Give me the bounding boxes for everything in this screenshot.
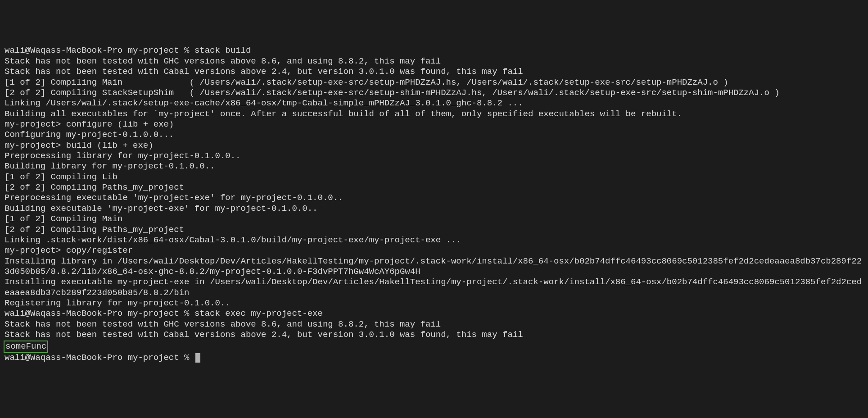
terminal-line: wali@Waqass-MacBook-Pro my-project % sta…	[5, 309, 863, 319]
terminal-line: wali@Waqass-MacBook-Pro my-project %	[5, 353, 863, 363]
terminal-line: Installing library in /Users/wali/Deskto…	[5, 256, 863, 277]
shell-prompt: wali@Waqass-MacBook-Pro my-project %	[5, 353, 194, 363]
highlighted-output: someFunc	[4, 341, 48, 353]
terminal-line: wali@Waqass-MacBook-Pro my-project % sta…	[5, 45, 863, 56]
terminal-line: Linking /Users/wali/.stack/setup-exe-cac…	[5, 98, 863, 109]
terminal-line: [2 of 2] Compiling StackSetupShim ( /Use…	[5, 88, 863, 98]
terminal[interactable]: wali@Waqass-MacBook-Pro my-project % sta…	[5, 45, 863, 363]
command-text: stack exec my-project-exe	[194, 309, 323, 318]
terminal-line: Registering library for my-project-0.1.0…	[5, 298, 863, 309]
terminal-line: Installing executable my-project-exe in …	[5, 277, 863, 298]
terminal-line: [1 of 2] Compiling Main	[5, 214, 863, 224]
terminal-line: Stack has not been tested with GHC versi…	[5, 319, 863, 330]
terminal-line: [2 of 2] Compiling Paths_my_project	[5, 182, 863, 193]
terminal-line: my-project> configure (lib + exe)	[5, 119, 863, 130]
terminal-line: Configuring my-project-0.1.0.0...	[5, 130, 863, 140]
cursor-icon	[195, 353, 200, 363]
terminal-line: my-project> build (lib + exe)	[5, 141, 863, 151]
terminal-line: Stack has not been tested with Cabal ver…	[5, 330, 863, 340]
terminal-line: Preprocessing executable 'my-project-exe…	[5, 193, 863, 203]
terminal-line: Stack has not been tested with Cabal ver…	[5, 67, 863, 77]
terminal-line: someFunc	[5, 341, 863, 353]
terminal-line: Linking .stack-work/dist/x86_64-osx/Caba…	[5, 235, 863, 245]
terminal-line: my-project> copy/register	[5, 245, 863, 256]
shell-prompt: wali@Waqass-MacBook-Pro my-project %	[5, 309, 194, 318]
terminal-line: Building executable 'my-project-exe' for…	[5, 204, 863, 214]
shell-prompt: wali@Waqass-MacBook-Pro my-project %	[5, 45, 194, 55]
terminal-line: Building library for my-project-0.1.0.0.…	[5, 161, 863, 172]
terminal-line: Building all executables for `my-project…	[5, 109, 863, 119]
terminal-line: Preprocessing library for my-project-0.1…	[5, 151, 863, 161]
terminal-line: [2 of 2] Compiling Paths_my_project	[5, 225, 863, 235]
terminal-line: [1 of 2] Compiling Main ( /Users/wali/.s…	[5, 77, 863, 88]
command-text: stack build	[194, 45, 251, 55]
terminal-line: Stack has not been tested with GHC versi…	[5, 56, 863, 67]
terminal-line: [1 of 2] Compiling Lib	[5, 172, 863, 182]
